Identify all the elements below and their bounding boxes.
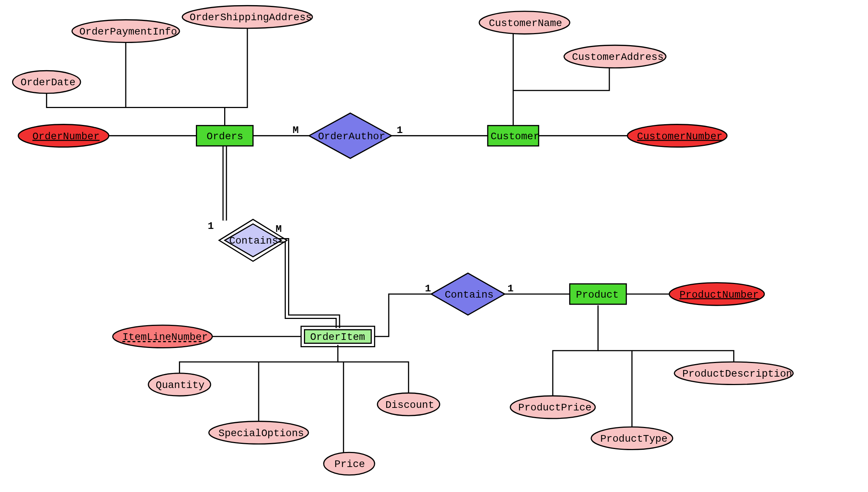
card-orders-contains: 1 xyxy=(208,220,214,232)
entity-orderitem-label: OrderItem xyxy=(310,331,365,343)
attr-orderpaymentinfo-label: OrderPaymentInfo xyxy=(79,26,177,37)
rel-contains-orders-orderitem-label: Contains xyxy=(229,235,278,247)
attr-discount-label: Discount xyxy=(385,399,434,411)
attr-customeraddress-label: CustomerAddress xyxy=(572,51,664,63)
entity-product-label: Product xyxy=(576,289,618,301)
card-orders-orderauthor: M xyxy=(293,125,299,136)
attr-customernumber-label: CustomerNumber xyxy=(637,131,723,142)
entity-customer-label: Customer xyxy=(491,131,539,142)
card-customer-orderauthor: 1 xyxy=(397,125,403,136)
attr-specialoptions-label: SpecialOptions xyxy=(219,428,304,439)
card-orderitem-contains-product: 1 xyxy=(425,283,431,294)
attr-price-label: Price xyxy=(334,459,365,470)
er-diagram: M 1 1 M 1 1 Orders Customer OrderItem Pr… xyxy=(0,0,868,492)
rel-contains-orderitem-product-label: Contains xyxy=(445,289,494,301)
attr-ordernumber-label: OrderNumber xyxy=(32,131,100,142)
attr-productdescription-label: ProductDescription xyxy=(682,368,792,380)
card-product-contains: 1 xyxy=(507,283,514,294)
rel-orderauthor-label: OrderAuthor xyxy=(318,131,385,142)
attr-ordershippingaddress-label: OrderShippingAddress xyxy=(190,12,312,23)
attr-producttype-label: ProductType xyxy=(600,433,667,445)
attr-quantity-label: Quantity xyxy=(156,380,205,391)
attr-productnumber-label: ProductNumber xyxy=(679,289,759,301)
entity-orders-label: Orders xyxy=(207,131,243,142)
attr-customername-label: CustomerName xyxy=(489,18,562,29)
card-orderitem-contains-orders: M xyxy=(276,223,282,235)
attr-productprice-label: ProductPrice xyxy=(518,402,591,413)
attr-orderdate-label: OrderDate xyxy=(21,77,76,88)
